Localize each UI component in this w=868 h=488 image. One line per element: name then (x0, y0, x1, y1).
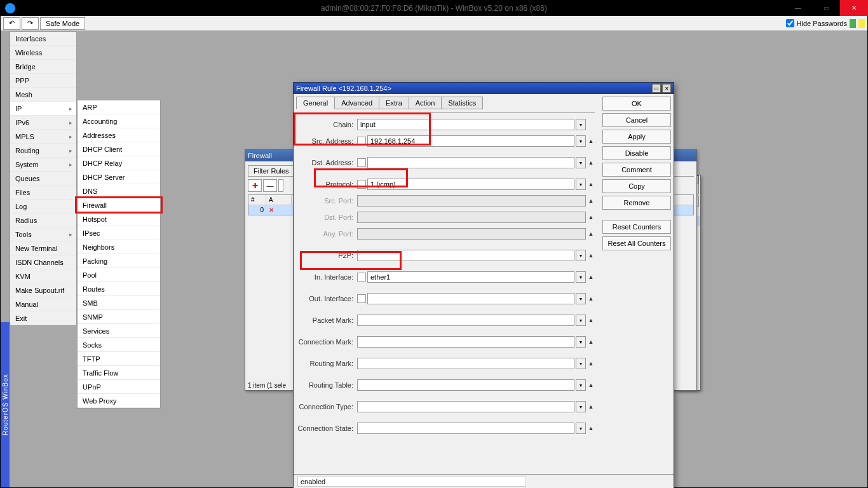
routing_table-input[interactable] (357, 379, 574, 391)
in_iface-dropdown[interactable]: ▾ (576, 271, 586, 283)
conn_type-toggle[interactable]: ▲ (587, 403, 595, 410)
tab-statistics[interactable]: Statistics (441, 97, 483, 109)
menu-item-system[interactable]: System (10, 158, 76, 172)
maximize-button[interactable]: ▭ (812, 0, 840, 16)
undo-button[interactable]: ↶ (3, 17, 20, 30)
filter-rules-tab[interactable]: Filter Rules (248, 165, 295, 176)
tab-action[interactable]: Action (409, 97, 442, 109)
submenu-item-neighbors[interactable]: Neighbors (78, 240, 160, 254)
dialog-restore-button[interactable]: ▭ (652, 84, 661, 93)
menu-item-make-supout-rif[interactable]: Make Supout.rif (10, 283, 76, 297)
in_iface-input[interactable] (367, 271, 574, 283)
out_iface-input[interactable] (367, 293, 574, 304)
conn_mark-input[interactable] (357, 336, 574, 348)
protocol-input[interactable] (367, 179, 574, 190)
menu-item-ipv6[interactable]: IPv6 (10, 116, 76, 130)
submenu-item-socks[interactable]: Socks (78, 338, 160, 352)
menu-item-files[interactable]: Files (10, 186, 76, 200)
safemode-button[interactable]: Safe Mode (40, 17, 85, 30)
col-index[interactable]: # (248, 195, 266, 205)
submenu-item-upnp[interactable]: UPnP (78, 380, 160, 394)
src_addr-toggle[interactable]: ▲ (587, 138, 595, 144)
dialog-close-button[interactable]: ✕ (662, 84, 671, 93)
chain-input[interactable] (357, 119, 574, 130)
enable-button[interactable] (278, 179, 283, 192)
packet_mark-toggle[interactable]: ▲ (587, 317, 595, 323)
menu-item-radius[interactable]: Radius (10, 214, 76, 227)
submenu-item-dns[interactable]: DNS (78, 184, 160, 198)
menu-item-interfaces[interactable]: Interfaces (10, 32, 76, 46)
submenu-item-accounting[interactable]: Accounting (78, 114, 160, 128)
menu-item-ppp[interactable]: PPP (10, 74, 76, 88)
conn_state-toggle[interactable]: ▲ (587, 425, 595, 431)
conn_mark-dropdown[interactable]: ▾ (576, 336, 586, 348)
cancel-button[interactable]: Cancel (602, 113, 671, 127)
submenu-item-hotspot[interactable]: Hotspot (78, 212, 160, 226)
reset-all-counters-button[interactable]: Reset All Counters (602, 236, 671, 250)
submenu-item-ipsec[interactable]: IPsec (78, 226, 160, 240)
disable-button[interactable]: Disable (602, 146, 671, 160)
routing_mark-input[interactable] (357, 358, 574, 369)
ok-button[interactable]: OK (602, 97, 671, 111)
conn_state-dropdown[interactable]: ▾ (576, 423, 586, 434)
menu-item-queues[interactable]: Queues (10, 172, 76, 186)
copy-button[interactable]: Copy (602, 179, 671, 193)
tab-general[interactable]: General (296, 97, 335, 109)
menu-item-bridge[interactable]: Bridge (10, 60, 76, 74)
submenu-item-snmp[interactable]: SNMP (78, 310, 160, 324)
chain-dropdown[interactable]: ▾ (576, 119, 586, 130)
menu-item-exit[interactable]: Exit (10, 311, 76, 325)
menu-item-new-terminal[interactable]: New Terminal (10, 241, 76, 255)
routing_table-dropdown[interactable]: ▾ (576, 379, 586, 391)
in_iface-invert-checkbox[interactable] (357, 273, 366, 281)
submenu-item-addresses[interactable]: Addresses (78, 128, 160, 142)
menu-item-mpls[interactable]: MPLS (10, 130, 76, 144)
menu-item-log[interactable]: Log (10, 200, 76, 214)
submenu-item-services[interactable]: Services (78, 324, 160, 338)
menu-item-tools[interactable]: Tools (10, 227, 76, 241)
dst_addr-input[interactable] (367, 157, 574, 168)
submenu-item-routes[interactable]: Routes (78, 282, 160, 296)
submenu-item-pool[interactable]: Pool (78, 268, 160, 282)
menu-item-manual[interactable]: Manual (10, 297, 76, 311)
protocol-invert-checkbox[interactable] (357, 180, 366, 189)
dst_addr-toggle[interactable]: ▲ (587, 159, 595, 166)
p2p-toggle[interactable]: ▲ (587, 252, 595, 259)
redo-button[interactable]: ↷ (22, 17, 39, 30)
p2p-dropdown[interactable]: ▾ (576, 250, 586, 261)
src_addr-invert-checkbox[interactable] (357, 137, 366, 146)
submenu-item-web-proxy[interactable]: Web Proxy (78, 394, 160, 408)
menu-item-wireless[interactable]: Wireless (10, 46, 76, 60)
out_iface-invert-checkbox[interactable] (357, 294, 366, 303)
src_addr-dropdown[interactable]: ▾ (576, 135, 586, 147)
protocol-toggle[interactable]: ▲ (587, 181, 595, 187)
dst_addr-dropdown[interactable]: ▾ (576, 157, 586, 168)
packet_mark-input[interactable] (357, 315, 574, 326)
p2p-input[interactable] (357, 250, 574, 261)
col-action[interactable]: A (266, 195, 292, 205)
menu-item-isdn-channels[interactable]: ISDN Channels (10, 255, 76, 269)
dst_port-toggle[interactable]: ▲ (587, 214, 595, 220)
submenu-item-dhcp-server[interactable]: DHCP Server (78, 170, 160, 184)
packet_mark-dropdown[interactable]: ▾ (576, 315, 586, 326)
add-button[interactable]: ✚ (248, 179, 262, 192)
submenu-item-dhcp-client[interactable]: DHCP Client (78, 142, 160, 156)
routing_table-toggle[interactable]: ▲ (587, 382, 595, 388)
conn_mark-toggle[interactable]: ▲ (587, 339, 595, 345)
minimize-button[interactable]: — (784, 0, 812, 16)
out_iface-dropdown[interactable]: ▾ (576, 293, 586, 304)
menu-item-ip[interactable]: IP (10, 102, 76, 116)
any_port-toggle[interactable]: ▲ (587, 231, 595, 237)
dialog-titlebar[interactable]: Firewall Rule <192.168.1.254> ▭ ✕ (294, 83, 674, 94)
routing_mark-dropdown[interactable]: ▾ (576, 358, 586, 369)
comment-button[interactable]: Comment (602, 163, 671, 177)
protocol-dropdown[interactable]: ▾ (576, 179, 586, 190)
menu-item-routing[interactable]: Routing (10, 144, 76, 158)
remove-button[interactable]: — (263, 179, 277, 192)
tab-advanced[interactable]: Advanced (334, 97, 379, 109)
menu-item-kvm[interactable]: KVM (10, 269, 76, 283)
conn_type-input[interactable] (357, 401, 574, 412)
conn_type-dropdown[interactable]: ▾ (576, 401, 586, 412)
out_iface-toggle[interactable]: ▲ (587, 295, 595, 302)
submenu-item-dhcp-relay[interactable]: DHCP Relay (78, 156, 160, 170)
